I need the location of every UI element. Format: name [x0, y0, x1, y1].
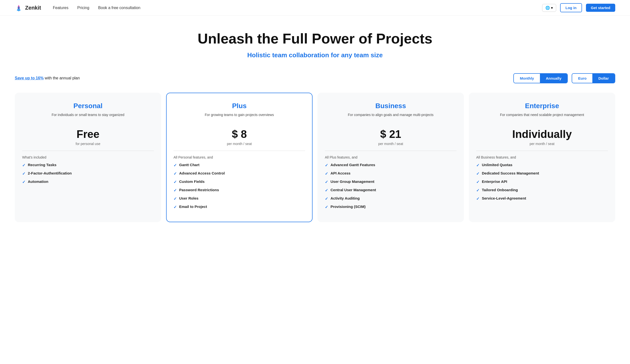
billing-toggle: Monthly Annually — [513, 73, 568, 83]
price-note: for personal use — [22, 142, 154, 146]
plan-title: Business — [325, 102, 456, 110]
check-icon: ✓ — [325, 171, 328, 176]
plan-title: Plus — [174, 102, 305, 110]
save-rest: with the annual plan — [44, 76, 80, 80]
check-icon: ✓ — [325, 163, 328, 168]
check-icon: ✓ — [325, 205, 328, 209]
logo[interactable]: Zenkit — [15, 4, 41, 12]
price-note: per month / seat — [325, 142, 456, 146]
feature-item: ✓ Automation — [22, 180, 154, 184]
check-icon: ✓ — [174, 180, 177, 184]
plan-card-business: Business For companies to align goals an… — [318, 93, 464, 222]
logo-text: Zenkit — [25, 5, 41, 11]
features-label: All Personal features, and — [174, 155, 305, 159]
plan-desc: For companies that need scalable project… — [476, 112, 608, 123]
feature-text: Unlimited Quotas — [482, 163, 512, 167]
feature-text: Gantt Chart — [179, 163, 200, 167]
logo-icon — [15, 4, 23, 12]
plan-card-plus: Plus For growing teams to gain projects … — [166, 93, 312, 222]
feature-item: ✓ Advanced Gantt Features — [325, 163, 456, 168]
nav-consultation[interactable]: Book a free consultation — [98, 6, 140, 10]
feature-text: Tailored Onboarding — [482, 188, 518, 192]
check-icon: ✓ — [476, 163, 480, 168]
language-selector[interactable]: 🌐 ▾ — [542, 4, 556, 12]
svg-marker-2 — [18, 6, 20, 9]
feature-text: Central User Management — [330, 188, 376, 192]
feature-item: ✓ Advanced Access Control — [174, 171, 305, 176]
nav-pricing[interactable]: Pricing — [77, 6, 89, 10]
feature-text: User Group Management — [330, 180, 374, 183]
price-note: per month / seat — [174, 142, 305, 146]
pricing-cards: Personal For individuals or small teams … — [0, 90, 630, 237]
get-started-button[interactable]: Get started — [586, 4, 615, 12]
plan-desc: For individuals or small teams to stay o… — [22, 112, 154, 123]
feature-text: Automation — [28, 180, 48, 183]
nav-right: 🌐 ▾ Log in Get started — [542, 3, 615, 12]
check-icon: ✓ — [325, 196, 328, 201]
feature-text: Activity Auditing — [330, 196, 360, 200]
feature-text: Email to Project — [179, 204, 207, 209]
features-label: All Plus features, and — [325, 155, 456, 159]
feature-item: ✓ API Access — [325, 171, 456, 176]
feature-item: ✓ Central User Management — [325, 188, 456, 193]
plan-title: Enterprise — [476, 102, 608, 110]
currency-dollar[interactable]: Dollar — [592, 74, 615, 83]
feature-text: Enterprise API — [482, 180, 507, 183]
feature-text: Advanced Gantt Features — [330, 163, 375, 167]
feature-text: Service-Level-Agreement — [482, 196, 526, 200]
feature-text: Recurring Tasks — [28, 163, 56, 167]
features-label: What's included — [22, 155, 154, 159]
divider — [22, 151, 154, 151]
plan-card-enterprise: Enterprise For companies that need scala… — [469, 93, 615, 222]
login-button[interactable]: Log in — [560, 3, 582, 12]
check-icon: ✓ — [174, 205, 177, 209]
check-icon: ✓ — [476, 180, 480, 184]
feature-item: ✓ Email to Project — [174, 204, 305, 209]
feature-item: ✓ Unlimited Quotas — [476, 163, 608, 168]
feature-item: ✓ Dedicated Success Management — [476, 171, 608, 176]
check-icon: ✓ — [476, 196, 480, 201]
check-icon: ✓ — [174, 196, 177, 201]
hero-section: Unleash the Full Power of Projects Holis… — [0, 16, 630, 66]
check-icon: ✓ — [476, 188, 480, 193]
chevron-down-icon: ▾ — [551, 6, 553, 10]
price-row: $ 21 — [325, 128, 456, 140]
divider — [325, 151, 456, 151]
feature-item: ✓ Gantt Chart — [174, 163, 305, 168]
feature-item: ✓ User Group Management — [325, 180, 456, 184]
save-link[interactable]: Save up to 16% — [15, 76, 44, 80]
price: Individually — [512, 128, 572, 140]
plan-desc: For growing teams to gain projects overv… — [174, 112, 305, 123]
check-icon: ✓ — [174, 188, 177, 193]
features-label: All Business features, and — [476, 155, 608, 159]
feature-item: ✓ Provisioning (SCIM) — [325, 204, 456, 209]
billing-monthly[interactable]: Monthly — [514, 74, 540, 83]
feature-text: Custom Fields — [179, 180, 204, 183]
feature-item: ✓ Password Restrictions — [174, 188, 305, 193]
feature-item: ✓ Tailored Onboarding — [476, 188, 608, 193]
feature-item: ✓ User Roles — [174, 196, 305, 201]
pricing-controls: Save up to 16% with the annual plan Mont… — [0, 66, 630, 90]
price: $ 21 — [380, 128, 402, 140]
feature-text: API Access — [330, 171, 350, 175]
feature-item: ✓ Recurring Tasks — [22, 163, 154, 168]
currency-euro[interactable]: Euro — [572, 74, 592, 83]
check-icon: ✓ — [174, 163, 177, 168]
check-icon: ✓ — [325, 188, 328, 193]
feature-item: ✓ Activity Auditing — [325, 196, 456, 201]
price-row: Individually — [476, 128, 608, 140]
nav-left: Zenkit Features Pricing Book a free cons… — [15, 4, 140, 12]
price-row: $ 8 — [174, 128, 305, 140]
price: $ 8 — [232, 128, 247, 140]
nav-features[interactable]: Features — [53, 6, 68, 10]
feature-item: ✓ 2-Factor-Authentification — [22, 171, 154, 176]
check-icon: ✓ — [174, 171, 177, 176]
price-row: Free — [22, 128, 154, 140]
feature-text: 2-Factor-Authentification — [28, 171, 72, 175]
billing-annually[interactable]: Annually — [540, 74, 567, 83]
check-icon: ✓ — [22, 163, 25, 168]
divider — [476, 151, 608, 151]
feature-item: ✓ Custom Fields — [174, 180, 305, 184]
plan-desc: For companies to align goals and manage … — [325, 112, 456, 123]
hero-title: Unleash the Full Power of Projects — [10, 30, 620, 47]
